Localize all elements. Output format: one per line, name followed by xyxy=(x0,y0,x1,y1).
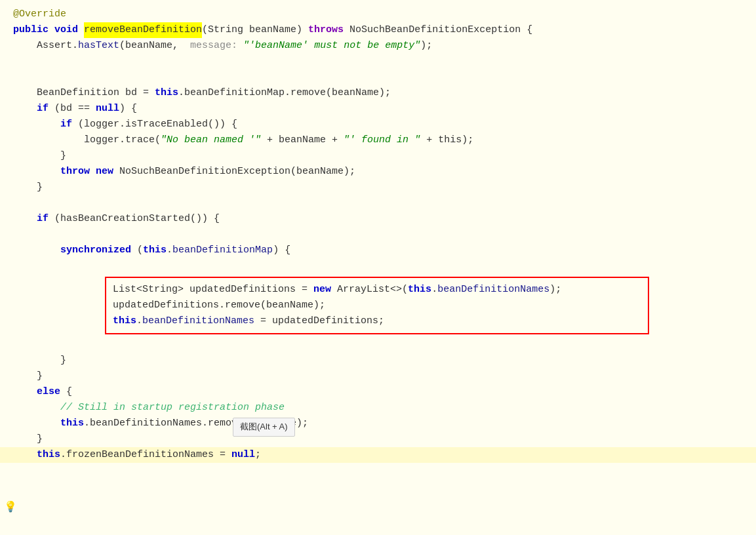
annotation: @Override xyxy=(13,7,66,22)
line-if-trace: if (logger.isTraceEnabled()) { xyxy=(0,117,756,132)
line-close-if-null: } xyxy=(0,180,756,195)
line-close-else: } xyxy=(0,431,756,447)
kw-public-void: public void xyxy=(13,22,84,38)
redbox-line-2: updatedDefinitions.remove(beanName); xyxy=(113,298,641,313)
line-blank-4 xyxy=(0,227,756,243)
line-if-creation: if (hasBeanCreationStarted()) { xyxy=(0,211,756,227)
redbox-line-3: this.beanDefinitionNames = updatedDefini… xyxy=(113,313,641,329)
line-frozen: this.frozenBeanDefinitionNames = null; xyxy=(0,447,756,463)
line-bd-assign: BeanDefinition bd = this.beanDefinitionM… xyxy=(0,85,756,101)
line-override: @Override xyxy=(0,7,756,22)
line-assert: Assert.hasText(beanName, message: "'bean… xyxy=(0,38,756,54)
line-this-remove: this.beanDefinitionNames.remove(beanName… xyxy=(0,416,756,431)
line-blank-6 xyxy=(0,337,756,353)
line-if-null: if (bd == null) { xyxy=(0,101,756,117)
line-method-signature: public void removeBeanDefinition(String … xyxy=(0,22,756,38)
line-logger-trace: logger.trace("No bean named '" + beanNam… xyxy=(0,132,756,148)
method-name-highlight: removeBeanDefinition xyxy=(84,22,202,38)
line-synchronized: synchronized (this.beanDefinitionMap) { xyxy=(0,243,756,258)
lightbulb-icon[interactable]: 💡 xyxy=(4,500,17,517)
tooltip-screenshot[interactable]: 截图(Alt + A) xyxy=(233,418,295,437)
line-close-if-creation: } xyxy=(0,368,756,384)
line-blank-5 xyxy=(0,258,756,274)
line-else: else { xyxy=(0,384,756,400)
line-close-sync: } xyxy=(0,353,756,368)
redbox-line-1: List<String> updatedDefinitions = new Ar… xyxy=(113,282,641,298)
code-editor: @Override public void removeBeanDefiniti… xyxy=(0,0,756,535)
line-blank-3 xyxy=(0,195,756,211)
line-blank-1 xyxy=(0,54,756,69)
line-comment: // Still in startup registration phase xyxy=(0,400,756,416)
red-box-highlight: List<String> updatedDefinitions = new Ar… xyxy=(105,277,649,334)
line-throw: throw new NoSuchBeanDefinitionException(… xyxy=(0,164,756,180)
line-close-inner-if: } xyxy=(0,148,756,164)
line-blank-2 xyxy=(0,69,756,85)
